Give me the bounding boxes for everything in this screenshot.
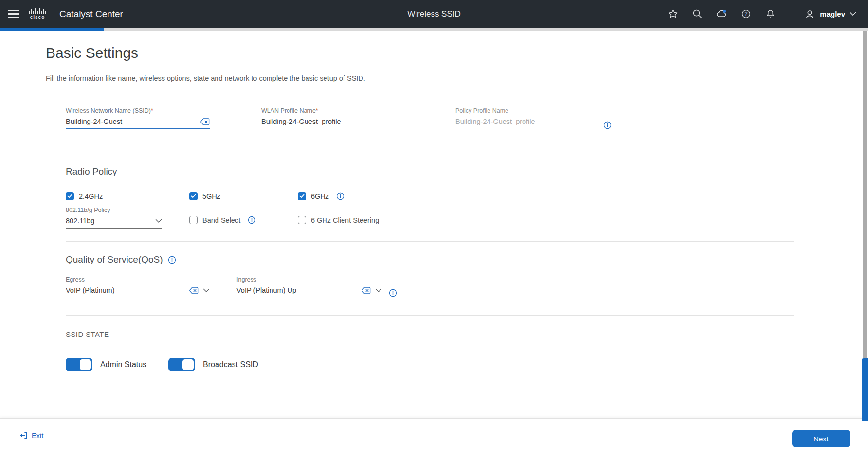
ssid-state-title: SSID STATE <box>66 330 109 338</box>
policy-profile-input: Building-24-Guest_profile <box>455 118 595 129</box>
802-policy-label: 802.11b/g Policy <box>66 207 162 213</box>
text-caret <box>123 118 123 125</box>
cisco-logo-bars <box>29 8 46 14</box>
checkbox-checked-icon <box>66 192 74 200</box>
exit-button[interactable]: Exit <box>19 431 43 440</box>
scrollbar-thumb[interactable] <box>862 358 868 421</box>
wizard-footer: Exit Next <box>0 418 868 458</box>
chevron-down-icon[interactable] <box>203 288 210 293</box>
section-divider <box>66 156 794 156</box>
toggle-knob <box>182 359 194 370</box>
policy-profile-field: Policy Profile Name Building-24-Guest_pr… <box>455 107 595 129</box>
header-divider <box>790 7 790 21</box>
checkbox-2-4ghz[interactable]: 2.4GHz <box>66 192 103 200</box>
favorites-icon[interactable] <box>667 8 679 20</box>
chevron-down-icon[interactable] <box>155 219 162 223</box>
info-icon[interactable] <box>603 121 612 129</box>
required-asterisk: * <box>151 107 153 114</box>
required-asterisk: * <box>316 107 318 114</box>
wlan-profile-label: WLAN Profile Name* <box>261 107 406 114</box>
user-menu[interactable]: maglev <box>804 8 856 20</box>
app-title: Catalyst Center <box>59 9 123 19</box>
help-icon[interactable]: ? <box>740 8 752 20</box>
checkbox-checked-icon <box>189 192 198 200</box>
checkbox-label: 6 GHz Client Steering <box>311 216 379 224</box>
info-icon[interactable] <box>336 192 344 200</box>
radio-policy-title: Radio Policy <box>66 166 117 177</box>
app-header: cisco Catalyst Center Wireless SSID ? <box>0 0 868 28</box>
exit-icon <box>19 431 28 440</box>
wizard-progress-fill <box>0 28 104 31</box>
ssid-field: Wireless Network Name (SSID)* Building-2… <box>66 107 210 129</box>
notifications-icon[interactable] <box>764 8 776 20</box>
broadcast-ssid-label: Broadcast SSID <box>203 360 258 369</box>
wlan-profile-input[interactable]: Building-24-Guest_profile <box>261 118 406 129</box>
802-policy-dropdown[interactable]: 802.11bg <box>66 217 162 229</box>
ingress-label: Ingress <box>236 276 382 283</box>
svg-text:?: ? <box>744 11 747 17</box>
checkbox-6ghz[interactable]: 6GHz <box>298 192 344 200</box>
ingress-dropdown[interactable]: VoIP (Platinum) Up <box>236 286 382 298</box>
checkbox-band-select[interactable]: Band Select <box>189 216 256 224</box>
checkbox-label: 6GHz <box>311 193 329 200</box>
checkbox-5ghz[interactable]: 5GHz <box>189 192 220 200</box>
qos-title: Quality of Service(QoS) <box>66 254 176 265</box>
egress-dropdown[interactable]: VoIP (Platinum) <box>66 286 210 298</box>
info-icon[interactable] <box>248 216 256 224</box>
username: maglev <box>820 10 845 18</box>
admin-status-label: Admin Status <box>100 360 146 369</box>
checkbox-unchecked-icon <box>298 216 306 224</box>
cisco-logo: cisco <box>29 8 46 20</box>
checkbox-label: 2.4GHz <box>79 193 103 200</box>
wlan-profile-field: WLAN Profile Name* Building-24-Guest_pro… <box>261 107 406 129</box>
chevron-down-icon <box>850 12 856 16</box>
802-policy-field: 802.11b/g Policy 802.11bg <box>66 207 162 229</box>
page-heading: Basic Settings <box>46 45 138 61</box>
cloud-icon[interactable] <box>716 8 727 20</box>
search-icon[interactable] <box>691 8 703 20</box>
admin-status-toggle[interactable] <box>66 358 92 371</box>
clear-icon[interactable] <box>189 287 199 294</box>
chevron-down-icon[interactable] <box>375 288 382 293</box>
exit-label: Exit <box>32 432 43 440</box>
clear-icon[interactable] <box>200 118 210 125</box>
checkbox-6ghz-client-steering[interactable]: 6 GHz Client Steering <box>298 216 379 224</box>
info-icon[interactable] <box>168 256 176 264</box>
checkbox-label: 5GHz <box>202 193 220 200</box>
menu-icon[interactable] <box>8 10 19 18</box>
section-divider <box>66 241 794 242</box>
wizard-progress-track <box>0 28 868 31</box>
cloud-notification-dot <box>723 10 726 13</box>
broadcast-ssid-toggle[interactable] <box>168 358 195 371</box>
page-subheading: Fill the information like name, wireless… <box>46 74 365 82</box>
page-title: Wireless SSID <box>407 9 461 19</box>
ssid-field-label: Wireless Network Name (SSID)* <box>66 107 210 114</box>
cisco-logo-word: cisco <box>30 15 45 20</box>
section-divider <box>66 315 794 316</box>
ssid-input[interactable]: Building-24-Guest <box>66 118 210 129</box>
toggle-knob <box>80 359 91 370</box>
checkbox-checked-icon <box>298 192 306 200</box>
user-icon <box>804 8 815 20</box>
egress-field: Egress VoIP (Platinum) <box>66 276 210 298</box>
egress-label: Egress <box>66 276 210 283</box>
info-icon[interactable] <box>389 289 397 297</box>
policy-profile-label: Policy Profile Name <box>455 107 595 114</box>
next-button[interactable]: Next <box>792 430 850 447</box>
scrollbar-track[interactable] <box>863 31 867 358</box>
checkbox-unchecked-icon <box>189 216 198 224</box>
clear-icon[interactable] <box>362 287 371 294</box>
ingress-field: Ingress VoIP (Platinum) Up <box>236 276 382 298</box>
checkbox-label: Band Select <box>202 216 240 224</box>
